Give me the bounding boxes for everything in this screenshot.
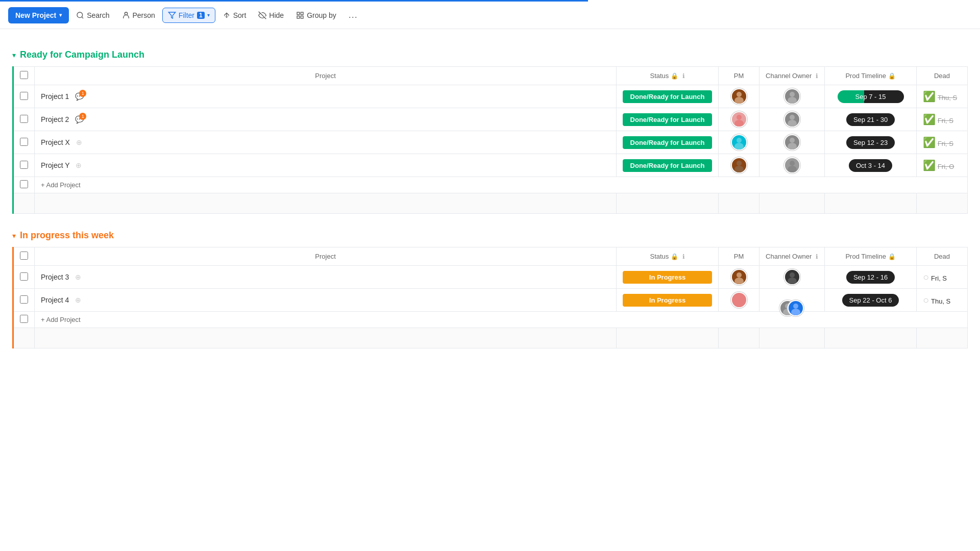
avatar — [731, 269, 747, 285]
person-icon — [122, 11, 130, 19]
chevron-down-icon: ▾ — [59, 12, 62, 18]
avatar — [784, 134, 800, 151]
timeline-lock-icon2: 🔒 — [888, 253, 896, 260]
deadline-check-icon: ✅ — [923, 114, 936, 125]
svg-point-24 — [788, 166, 797, 172]
avatar — [784, 111, 800, 128]
group-title-inprogress: In progress this week — [20, 230, 114, 241]
status-lock-icon: 🔒 — [671, 72, 678, 80]
channel-cell — [760, 289, 825, 312]
project-name-cell: Project 4 ⊕ — [35, 289, 617, 312]
chat-icon[interactable]: ⊕ — [76, 138, 82, 146]
deadline-text: Fri, S — [938, 140, 953, 147]
timeline-pill: Sep 12 - 16 — [846, 271, 895, 284]
more-options-button[interactable]: ... — [344, 7, 363, 23]
group-chevron-inprogress[interactable]: ▾ — [12, 232, 16, 240]
project-name: Project 3 — [41, 273, 69, 281]
group-chevron-ready[interactable]: ▾ — [12, 51, 16, 59]
svg-point-27 — [790, 272, 795, 278]
search-button[interactable]: Search — [71, 8, 114, 22]
avatar — [788, 300, 804, 316]
deadline-text: Fri, S — [931, 274, 947, 282]
th-channel-inprogress: Channel Owner ℹ — [760, 247, 825, 266]
avatar — [731, 111, 747, 128]
row-checkbox[interactable] — [20, 115, 28, 123]
sort-button[interactable]: Sort — [217, 8, 252, 22]
svg-point-29 — [737, 295, 742, 300]
add-checkbox[interactable] — [20, 180, 28, 188]
table-row: Project X ⊕ Done/Ready for Launch — [13, 131, 968, 154]
hide-icon — [258, 11, 266, 19]
filter-icon — [168, 11, 176, 19]
project-name: Project X — [41, 138, 70, 146]
deadline-cell: ○ Fri, S — [917, 266, 968, 289]
deadline-cell: ✅ Thu, S — [917, 85, 968, 108]
svg-rect-6 — [301, 12, 303, 15]
timeline-cell: Sep 12 - 23 — [825, 131, 917, 154]
status-cell: Done/Ready for Launch — [617, 131, 719, 154]
avatar — [731, 134, 747, 151]
chat-icon[interactable]: ⊕ — [75, 273, 81, 281]
channel-cell — [760, 154, 825, 177]
group-by-button[interactable]: Group by — [291, 8, 341, 22]
deadline-empty-icon: ○ — [923, 271, 929, 283]
add-project-label-2[interactable]: + Add Project — [35, 312, 968, 328]
chat-icon[interactable]: ⊕ — [75, 296, 81, 304]
add-project-row[interactable]: + Add Project — [13, 177, 968, 193]
th-pm-inprogress: PM — [719, 247, 760, 266]
th-timeline-ready: Prod Timeline 🔒 — [825, 67, 917, 85]
group-header-ready: ▾ Ready for Campaign Launch — [12, 49, 968, 60]
project-name-cell: Project X ⊕ — [35, 131, 617, 154]
table-header-inprogress: Project Status 🔒 ℹ PM Channel Owner ℹ Pr… — [13, 247, 968, 266]
person-button[interactable]: Person — [117, 8, 160, 22]
status-badge: Done/Ready for Launch — [623, 90, 712, 103]
search-label: Search — [87, 11, 109, 19]
svg-rect-7 — [297, 16, 300, 18]
svg-point-20 — [788, 143, 797, 149]
hide-button[interactable]: Hide — [253, 8, 289, 22]
new-project-label: New Project — [15, 11, 56, 19]
table-row: Project Y ⊕ Done/Ready for Launch — [13, 154, 968, 177]
select-all-inprogress[interactable] — [20, 252, 28, 260]
timeline-pill: Oct 3 - 14 — [849, 159, 892, 172]
svg-line-1 — [82, 17, 83, 18]
project-name: Project Y — [41, 161, 70, 169]
row-checkbox[interactable] — [20, 138, 28, 146]
deadline-text: Thu, S — [931, 297, 950, 305]
row-checkbox[interactable] — [20, 92, 28, 100]
th-project-ready: Project — [35, 67, 617, 85]
filter-button[interactable]: Filter 1 ▾ — [162, 8, 215, 23]
row-checkbox[interactable] — [20, 161, 28, 169]
timeline-pill: Sep 7 - 15 — [838, 90, 904, 103]
table-row: Project 1 💬 1 Done/Ready for Launch — [13, 85, 968, 108]
add-project-row[interactable]: + Add Project — [13, 312, 968, 328]
search-icon — [76, 11, 84, 19]
svg-point-17 — [737, 138, 742, 143]
chat-icon-blue[interactable]: 💬 1 — [75, 92, 84, 101]
select-all-ready[interactable] — [20, 71, 28, 79]
svg-point-9 — [737, 92, 742, 97]
add-checkbox[interactable] — [20, 315, 28, 323]
new-project-button[interactable]: New Project ▾ — [8, 7, 69, 23]
svg-point-10 — [734, 97, 744, 104]
th-deadline-ready: Dead — [917, 67, 968, 85]
th-channel-ready: Channel Owner ℹ — [760, 67, 825, 85]
svg-marker-3 — [168, 12, 175, 18]
add-project-label[interactable]: + Add Project — [35, 177, 968, 193]
deadline-cell: ✅ Fri, O — [917, 154, 968, 177]
channel-cell — [760, 131, 825, 154]
deadline-text: Fri, O — [938, 163, 954, 170]
svg-rect-5 — [297, 12, 300, 15]
project-name-cell: Project Y ⊕ — [35, 154, 617, 177]
th-pm-ready: PM — [719, 67, 760, 85]
row-checkbox[interactable] — [20, 272, 28, 281]
channel-info-icon2: ℹ — [816, 253, 818, 260]
timeline-cell: Sep 21 - 30 — [825, 108, 917, 131]
timeline-cell: Sep 12 - 16 — [825, 266, 917, 289]
toolbar: New Project ▾ Search Person Filter 1 ▾ S… — [0, 2, 980, 29]
pm-cell — [719, 108, 760, 131]
chat-icon[interactable]: ⊕ — [76, 161, 82, 169]
svg-point-21 — [737, 161, 742, 166]
chat-icon-blue[interactable]: 💬 1 — [75, 115, 84, 123]
row-checkbox[interactable] — [20, 295, 28, 304]
